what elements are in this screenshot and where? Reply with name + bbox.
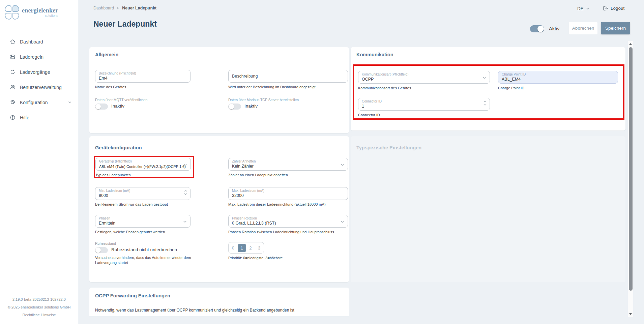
mqtt-toggle-state: Inaktiv [111,104,124,109]
brand-logo-icon [5,5,19,20]
modbus-toggle-label: Daten über Modbus TCP Server bereitstell… [228,98,299,102]
chevron-down-icon [484,104,487,106]
field-helper: Name des Gerätes [95,85,126,89]
min-ladestrom-stepper[interactable]: Min. Ladestrom (mA) 8000 [95,187,191,200]
logout-icon [603,6,608,11]
section-title: Kommunikation [356,52,393,57]
sidebar-item-label: Hilfe [20,115,29,120]
sidebar-item-laderegeln[interactable]: Laderegeln [0,49,78,64]
prioritaet-option-0[interactable]: 0 [229,244,237,252]
sidebar-footer: 2.19.0-beta-20250213-102722.0 © 2025 ene… [0,296,78,319]
card-allgemein: Allgemein Bezeichnung (Pflichtfeld) Em4 … [89,47,349,133]
logout-button[interactable]: Logout [603,6,624,11]
section-description: Notwendig, wenn das Lastmanagement über … [95,308,294,313]
field-helper: Kommunikationsart des Gerätes [358,86,411,90]
stepper-arrows[interactable] [184,190,187,195]
sidebar-item-ladevorgaenge[interactable]: Ladevorgänge [0,64,78,80]
card-typspezifisch: Typspezische Einstellungen [351,136,625,282]
scroll-down-arrow-icon[interactable] [629,313,632,315]
section-title: Gerätekonfiguration [95,145,142,150]
breadcrumb-current: Neuer Ladepunkt [122,6,156,10]
chevron-down-icon [482,77,486,79]
chevron-down-icon [341,220,344,223]
vertical-scrollbar[interactable] [628,41,633,317]
sidebar-nav: Dashboard Laderegeln Ladevorgänge Benutz… [0,34,78,125]
card-kommunikation: Kommunikation Kommunikationsart (Pflicht… [351,47,625,130]
legal-link[interactable]: Rechtliche Hinweise [0,311,78,319]
breadcrumb-dashboard[interactable]: Dashboard [93,6,114,10]
charge-point-id-field[interactable]: Charge Point ID ABL_EM4 [498,71,618,84]
modbus-toggle-state: Inaktiv [244,104,258,109]
sidebar-item-hilfe[interactable]: Hilfe [0,110,78,125]
chevron-down-icon [183,164,187,166]
mqtt-toggle[interactable] [95,104,108,110]
section-title: OCPP Forwarding Einstellungen [95,293,170,298]
sidebar-item-label: Benutzerverwaltung [20,85,62,90]
language-selector[interactable]: DE [577,6,590,11]
breadcrumb: Dashboard Neuer Ladepunkt [93,6,156,10]
phasen-rotation-select[interactable]: Phasen Rotation 0 Grad, L1,L2,L3 (RST) [228,215,348,228]
help-icon [10,115,16,120]
ruhezustand-toggle[interactable] [95,247,108,253]
prioritaet-option-1-selected[interactable]: 1 [238,244,246,252]
ruhezustand-label: Ruhezustand [95,241,116,245]
beschreibung-field[interactable]: Beschreibung [228,70,348,83]
bezeichnung-field[interactable]: Bezeichnung (Pflichtfeld) Em4 [95,70,191,83]
page-title: Neuer Ladepunkt [93,20,157,29]
field-helper: Bei kleinerem Strom wir das Laden gestop… [95,202,168,206]
section-title: Allgemein [95,52,118,57]
card-geraetekonfiguration: Gerätekonfiguration Gerätetyp (Pflichtfe… [89,136,349,282]
prioritaet-option-2[interactable]: 2 [246,244,255,252]
sidebar-item-label: Konfiguration [20,100,48,105]
charging-rules-icon [10,54,16,60]
chevron-down-icon [586,7,590,10]
breadcrumb-separator-icon [117,7,119,9]
section-title: Typspezische Einstellungen [356,145,421,150]
chevron-up-icon [184,190,187,192]
zaehler-select[interactable]: Zähler Anheften Kein Zähler [228,158,348,171]
logout-label: Logout [611,6,624,11]
sidebar-item-label: Laderegeln [20,54,43,60]
mqtt-toggle-label: Daten über MQTT veröffentlichen [95,98,147,102]
connector-id-stepper[interactable]: Connector ID 1 [358,98,490,111]
active-toggle[interactable] [530,25,544,32]
save-button[interactable]: Speichern [601,22,630,34]
sidebar-item-konfiguration[interactable]: Konfiguration [0,95,78,110]
card-ocpp-forwarding: OCPP Forwarding Einstellungen Notwendig,… [89,288,349,316]
stepper-arrows[interactable] [484,100,487,106]
kommunikationsart-select[interactable]: Kommunikationsart (Pflichtfeld) OCPP [358,71,490,84]
app-version: 2.19.0-beta-20250213-102722.0 [0,296,78,303]
chevron-down-icon [183,220,187,223]
scroll-up-arrow-icon[interactable] [629,43,632,45]
sidebar-item-label: Ladevorgänge [20,69,50,75]
brand-name: energielenker [22,7,58,14]
ruhezustand-state: Ruhezustand nicht unterbrechen [111,247,177,252]
field-helper: Festlegen, welche Phasen genutzt werden [95,230,165,234]
sidebar: energielenker solutions Dashboard Ladere… [0,0,78,324]
prioritaet-option-3[interactable]: 3 [255,244,263,252]
charging-sessions-icon [10,69,16,75]
scrollbar-thumb[interactable] [629,47,633,291]
modbus-toggle[interactable] [228,104,241,110]
chevron-down-icon [341,164,344,166]
field-helper: Phasen Rotation zwischen Ladeeinrichtung… [228,230,334,234]
chevron-up-icon [484,100,487,102]
sidebar-item-label: Dashboard [20,39,43,45]
field-helper: Zähler an einen Ladepunkt anheften [228,173,288,177]
phasen-select[interactable]: Phasen Ermitteln [95,215,191,228]
max-ladestrom-field[interactable]: Max. Ladestrom (mA) 32000 [228,187,348,200]
sidebar-item-benutzerverwaltung[interactable]: Benutzerverwaltung [0,80,78,95]
field-helper: Priorität: 0=niedrigste, 3=höchste [228,256,283,260]
brand-tagline: solutions [22,14,58,18]
field-helper: Typ des Ladepunktes [95,173,131,177]
field-helper: Connector ID [358,113,380,117]
field-helper: Versuche zu verhindern, dass das Auto im… [95,255,196,265]
sidebar-item-dashboard[interactable]: Dashboard [0,34,78,49]
field-helper: Wird unter der Bezeichnung im Dashboard … [228,85,316,89]
cancel-button[interactable]: Abbrechen [569,22,597,34]
home-icon [10,39,16,45]
chevron-down-icon [68,101,71,104]
active-toggle-label: Aktiv [549,26,559,31]
prioritaet-selector: 0 1 2 3 [228,242,264,254]
geraetetyp-select[interactable]: Gerätetyp (Pflichtfeld) ABL eM4 (Twin) C… [95,158,191,171]
